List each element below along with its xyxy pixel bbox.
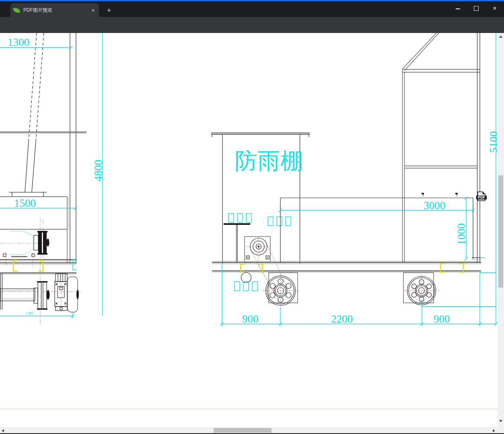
- horizontal-scrollbar-thumb[interactable]: [214, 428, 272, 433]
- tab-strip: PDF图片预览 × + ×: [0, 1, 504, 17]
- dim-900-left: 900: [242, 313, 259, 325]
- dim-1000: 1000: [455, 223, 467, 245]
- scroll-up-arrow[interactable]: [499, 35, 502, 38]
- clamp-yellow-left-a: [13, 260, 18, 271]
- window-controls: ×: [448, 2, 504, 14]
- pdf-badge-text: PDF: [477, 195, 485, 200]
- browser-window: PDF图片预览 × + × ← →: [0, 0, 504, 434]
- dim-3000: 3000: [424, 200, 445, 212]
- browser-toolbar: ← → localhost:8012/onlinePreview?url=htt…: [0, 17, 504, 33]
- dim-1385: 1385: [26, 311, 33, 315]
- scroll-down-arrow[interactable]: [499, 420, 502, 422]
- dim-2200: 2200: [331, 313, 353, 325]
- maximize-button[interactable]: [467, 2, 485, 14]
- right-view: [280, 33, 485, 263]
- left-view: [0, 33, 86, 312]
- pdf-download-badge[interactable]: PDF: [476, 192, 487, 201]
- vertical-scrollbar-thumb[interactable]: [498, 175, 503, 288]
- dim-5100: 5100: [488, 131, 498, 153]
- cad-drawing: 1300 4800 1500 1385 900 2200 900 3000 10…: [0, 33, 498, 427]
- window-close-button[interactable]: ×: [485, 2, 504, 14]
- pdf-preview-page[interactable]: 1300 4800 1500 1385 900 2200 900 3000 10…: [0, 33, 498, 427]
- vertical-scrollbar[interactable]: [498, 33, 504, 427]
- dim-900-right: 900: [434, 313, 450, 325]
- spring-leaf-favicon: [13, 6, 21, 14]
- minimize-button[interactable]: [448, 2, 467, 14]
- scroll-right-arrow[interactable]: [493, 429, 495, 432]
- scroll-left-arrow[interactable]: [2, 429, 4, 432]
- dim-1300: 1300: [8, 36, 29, 48]
- dim-1500: 1500: [14, 197, 36, 209]
- tab-close-icon[interactable]: ×: [91, 7, 96, 13]
- clamp-yellow-left-b: [39, 260, 43, 271]
- tab-title: PDF图片预览: [23, 7, 91, 14]
- tab-pdf-preview[interactable]: PDF图片预览 ×: [10, 3, 99, 17]
- rain-shelter-label: 防雨棚: [235, 148, 304, 174]
- new-tab-button[interactable]: +: [104, 5, 114, 16]
- dim-4800: 4800: [92, 160, 104, 181]
